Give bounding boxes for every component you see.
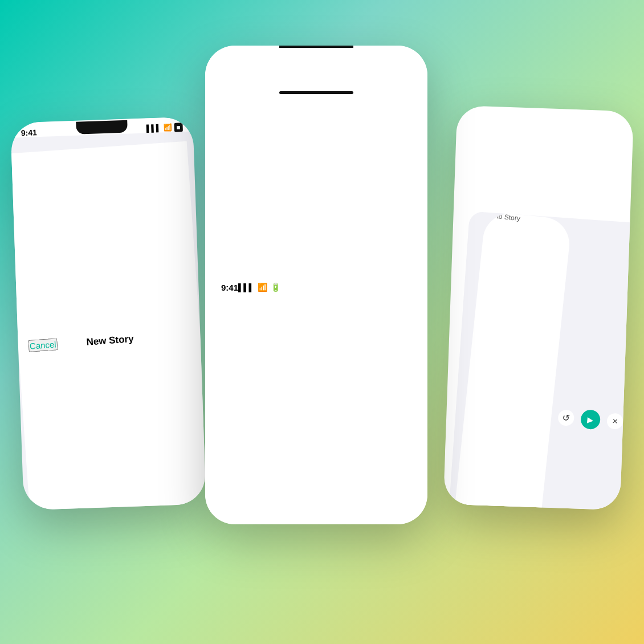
left-status-icons: ▌▌▌ 📶 ■ — [146, 123, 183, 133]
player-refresh-button[interactable]: ↺ — [557, 409, 575, 427]
right-phone: 9:41 ▌▌▌ 📶 ■ Panda Family Trip × — [443, 105, 634, 510]
player-play-button[interactable]: ▶ — [580, 409, 601, 430]
signal-icon: ▌▌▌ — [238, 283, 254, 292]
wifi-icon: 📶 — [258, 283, 267, 292]
refresh-icon: ↺ — [562, 412, 570, 423]
new-story-title: New Story — [86, 333, 134, 348]
player-close-icon: × — [612, 416, 618, 427]
left-phone: 9:41 ▌▌▌ 📶 ■ Cancel New Story What is th… — [10, 117, 206, 511]
left-top-bar: Cancel New Story — [10, 141, 206, 511]
center-status-icons: ▌▌▌ 📶 🔋 — [238, 48, 411, 524]
battery-icon: 🔋 — [271, 283, 280, 292]
home-indicator — [279, 91, 353, 94]
player-close-button[interactable]: × — [606, 413, 624, 430]
center-status-bar: 9:41 ▌▌▌ 📶 🔋 — [205, 46, 427, 524]
center-status-time: 9:41 — [221, 283, 238, 292]
cancel-button[interactable]: Cancel — [28, 338, 58, 352]
center-phone: 9:41 ▌▌▌ 📶 🔋 Stories SJ ✦ New Story Frog… — [205, 46, 427, 524]
player-bar: ten to Story ↺ ▶ × — [443, 211, 634, 510]
player-label: ten to Story — [444, 211, 572, 510]
play-icon: ▶ — [587, 415, 594, 425]
left-status-time: 9:41 — [21, 128, 38, 137]
